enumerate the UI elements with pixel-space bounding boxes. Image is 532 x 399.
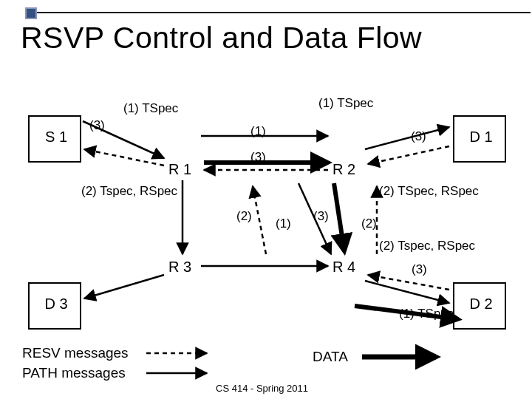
label-tspec-rspec-right-top: (2) TSpec, RSpec (379, 184, 479, 199)
footer-text: CS 414 - Spring 2011 (216, 383, 308, 394)
page-title: RSVP Control and Data Flow (21, 21, 422, 55)
label-r2: R 2 (332, 161, 355, 178)
arrow-resv-d2-r4 (368, 275, 449, 290)
label-tspec-top-left: (1) TSpec (123, 101, 178, 116)
arrow-data-r2-r4 (334, 183, 344, 251)
label-tspec-near-d2: (1) TSpec (399, 307, 454, 321)
legend-data-label: DATA (313, 349, 348, 365)
arrow-path-r3-d3 (84, 275, 164, 299)
label-n1-low: (1) (276, 216, 291, 231)
label-r3: R 3 (168, 259, 191, 276)
label-n3-right: (3) (411, 129, 426, 144)
title-bullet (25, 7, 37, 19)
label-n1-mid: (1) (250, 124, 266, 139)
label-n2-low: (2) (361, 216, 377, 231)
arrow-resv-r1-s1 (84, 149, 164, 166)
label-d1: D 1 (466, 129, 496, 146)
label-d2: D 2 (466, 296, 496, 313)
label-tspec-rspec-right-mid: (2) Tspec, RSpec (379, 239, 475, 253)
arrow-resv-r4-r2-a (253, 186, 266, 254)
legend-path-label: PATH messages (22, 365, 126, 381)
label-d3: D 3 (41, 296, 71, 313)
label-tspec-top-right: (1) TSpec (318, 96, 373, 111)
label-tspec-rspec-left: (2) Tspec, RSpec (81, 184, 177, 199)
label-r4: R 4 (332, 259, 355, 276)
label-n3-mid: (3) (250, 150, 266, 165)
arrow-overlay (0, 0, 532, 399)
label-r1: R 1 (168, 161, 191, 178)
label-n2-mid: (2) (236, 209, 252, 224)
diagram-stage: RSVP Control and Data Flow S 1 D 1 D 2 D… (0, 0, 532, 399)
title-rule (37, 12, 531, 13)
legend-resv-label: RESV messages (22, 345, 129, 361)
arrow-path-r4-d2 (365, 281, 449, 303)
label-s1: S 1 (41, 129, 71, 146)
label-n3-s1: (3) (89, 118, 105, 133)
label-n3-r4: (3) (412, 262, 427, 277)
arrow-resv-d1-r2 (368, 146, 449, 164)
arrow-path-r2-d1 (365, 127, 449, 149)
label-n3-low: (3) (313, 209, 329, 224)
